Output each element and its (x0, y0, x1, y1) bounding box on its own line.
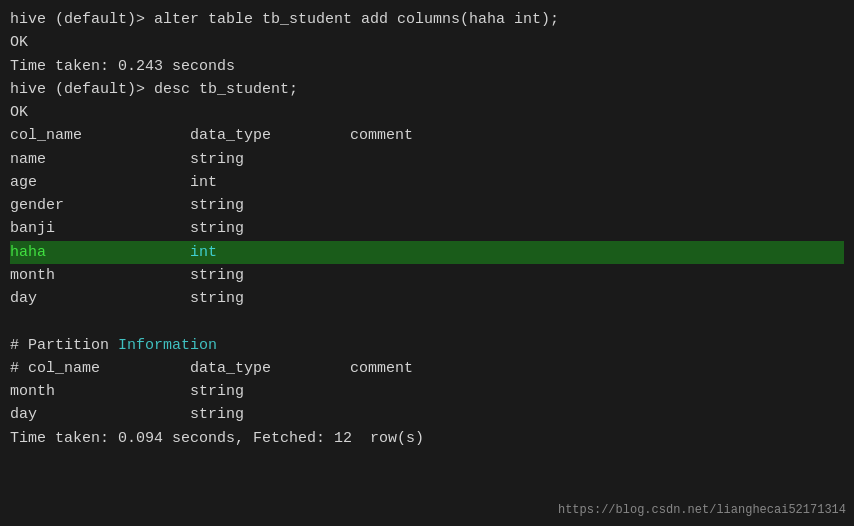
partition-header-data-type: data_type (190, 357, 350, 380)
terminal: hive (default)> alter table tb_student a… (0, 0, 854, 526)
partition-col-name-month: month (10, 380, 190, 403)
partition-info-text: Information (118, 334, 217, 357)
partition-col-header: # col_name data_type comment (10, 357, 844, 380)
partition-header-line: # Partition Information (10, 334, 844, 357)
header-data-type: data_type (190, 124, 350, 147)
ok-line-2: OK (10, 101, 844, 124)
command-line-1: hive (default)> alter table tb_student a… (10, 8, 844, 31)
col-name-name: name (10, 148, 190, 171)
col-dtype-age: int (190, 171, 350, 194)
col-dtype-name: string (190, 148, 350, 171)
prompt-1: hive (default)> alter table tb_student a… (10, 8, 559, 31)
col-name-banji: banji (10, 217, 190, 240)
footer-line: Time taken: 0.094 seconds, Fetched: 12 r… (10, 427, 844, 450)
partition-col-name-day: day (10, 403, 190, 426)
table-row-month: month string (10, 264, 844, 287)
empty-line (10, 310, 844, 333)
col-dtype-day: string (190, 287, 350, 310)
col-name-gender: gender (10, 194, 190, 217)
table-row-age: age int (10, 171, 844, 194)
table-row-haha: haha int (10, 241, 844, 264)
header-col-name: col_name (10, 124, 190, 147)
col-dtype-month: string (190, 264, 350, 287)
partition-hash-text: # Partition (10, 334, 118, 357)
watermark: https://blog.csdn.net/lianghecai52171314 (558, 501, 846, 520)
partition-row-day: day string (10, 403, 844, 426)
partition-row-month: month string (10, 380, 844, 403)
col-name-day: day (10, 287, 190, 310)
time-text-1: Time taken: 0.243 seconds (10, 55, 235, 78)
table-row-banji: banji string (10, 217, 844, 240)
footer-text: Time taken: 0.094 seconds, Fetched: 12 r… (10, 427, 424, 450)
ok-text-2: OK (10, 101, 28, 124)
partition-col-dtype-day: string (190, 403, 350, 426)
col-dtype-banji: string (190, 217, 350, 240)
col-name-month: month (10, 264, 190, 287)
col-dtype-gender: string (190, 194, 350, 217)
table-row-gender: gender string (10, 194, 844, 217)
time-line-1: Time taken: 0.243 seconds (10, 55, 844, 78)
ok-line-1: OK (10, 31, 844, 54)
col-name-age: age (10, 171, 190, 194)
table-header-row: col_name data_type comment (10, 124, 844, 147)
col-dtype-haha: int (190, 241, 350, 264)
partition-col-dtype-month: string (190, 380, 350, 403)
header-comment: comment (350, 124, 413, 147)
table-row-day: day string (10, 287, 844, 310)
command-line-2: hive (default)> desc tb_student; (10, 78, 844, 101)
col-name-haha: haha (10, 241, 190, 264)
partition-header-col-name: # col_name (10, 357, 190, 380)
ok-text-1: OK (10, 31, 28, 54)
table-row-name: name string (10, 148, 844, 171)
prompt-2: hive (default)> desc tb_student; (10, 78, 298, 101)
partition-header-comment: comment (350, 357, 413, 380)
